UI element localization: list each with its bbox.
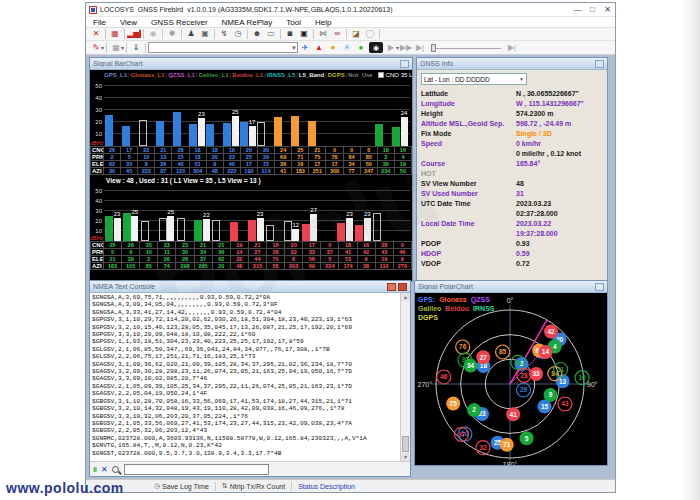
signal-bar-l1-gal34 xyxy=(194,220,202,241)
photo-edge-shade xyxy=(682,0,700,500)
table-cell: 76 xyxy=(326,154,343,161)
cold-start-icon[interactable]: ✳ xyxy=(340,42,354,54)
table-cell: 18 xyxy=(339,242,357,249)
connect-icon[interactable]: ✕ xyxy=(89,28,103,40)
tag-icon[interactable]: ◪ xyxy=(349,28,363,40)
view-used-summary: View : 48 , Used : 31 ( L1 View = 35 , L… xyxy=(90,175,412,185)
svg-text:10: 10 xyxy=(578,374,586,381)
table-cell: 203 xyxy=(285,263,303,270)
user-icon[interactable]: ☻ xyxy=(250,28,264,40)
panel-restore-icon[interactable] xyxy=(387,283,396,291)
command-combobox[interactable]: ▼ xyxy=(148,42,298,53)
menu-tool[interactable]: Tool xyxy=(279,18,308,27)
table-cell: 20 xyxy=(285,242,303,249)
table-cell: 18 xyxy=(189,147,206,154)
table-cell: 39 xyxy=(122,256,140,263)
table-cell: 19 xyxy=(230,242,248,249)
bowtie-icon[interactable]: ⋈ xyxy=(316,28,330,40)
save-log-icon[interactable]: ▦ xyxy=(108,28,122,40)
pololu-watermark: www.pololu.com xyxy=(6,480,124,496)
fast-forward-icon[interactable]: ▶▶ xyxy=(399,42,413,54)
close-button[interactable]: ✕ xyxy=(600,3,615,16)
signal-polarchart-titlebar: Signal PolarChart xyxy=(415,281,607,293)
replay-slider[interactable] xyxy=(431,43,501,53)
table-cell: 51 xyxy=(189,161,206,168)
monitor-icon[interactable]: ▣ xyxy=(297,28,311,40)
title-bar: LOCOSYS_GNSS Firebird_v1.0.0.19 (AG3335M… xyxy=(86,3,615,17)
row-header-prn: PRN xyxy=(91,249,104,256)
pause-icon[interactable]: ‖ xyxy=(93,465,97,474)
camera-icon[interactable]: ◉ xyxy=(369,42,383,53)
panel-maximize-icon[interactable] xyxy=(595,60,604,68)
svg-text:46: 46 xyxy=(440,373,448,380)
rover-icon[interactable]: ♟ xyxy=(184,28,198,40)
signal-bar-l1-glo75 xyxy=(308,121,316,146)
latlon-format-dropdown[interactable]: Lat - Lon : DD.DDDDD ▼ xyxy=(421,73,527,85)
clear-icon[interactable]: ✕ xyxy=(101,465,108,474)
clock-icon[interactable]: ◷ xyxy=(231,28,245,40)
svg-text:32: 32 xyxy=(479,444,487,451)
polar-legend: GPS:GlonassQZSSGalileoBeidouIRNSSDGPS xyxy=(418,295,498,322)
binoculars-icon[interactable]: ∞ xyxy=(330,28,344,40)
polar-legend-gps: GPS: xyxy=(418,296,435,303)
table-cell: 85 xyxy=(140,263,158,270)
menu-file[interactable]: File xyxy=(86,18,113,27)
menu-gnss-receiver[interactable]: GNSS Receiver xyxy=(144,18,214,27)
signal-bar-l1-glo69 xyxy=(274,117,282,146)
base-station-icon[interactable]: ▣ xyxy=(198,28,212,40)
record-icon[interactable]: ◉ xyxy=(146,28,160,40)
nmea-sentence: $GBGSV,3,1,10,28,70,058,16,33,56,069,17,… xyxy=(92,398,399,405)
status-save-log-time[interactable]: ◷Save Log Time xyxy=(154,482,209,490)
minimize-button[interactable]: — xyxy=(570,3,585,16)
full-cold-start-icon[interactable]: ● xyxy=(354,42,368,54)
table-cell: 222 xyxy=(138,168,155,175)
signal-bars-icon[interactable]: ▂▅▇ xyxy=(127,28,141,40)
nmea-sentence: $GNGSA,A,3,33,41,27,14,42,,,,,,,0.93,0.5… xyxy=(92,309,399,316)
nmea-scrollbar[interactable]: ▲ ▼ xyxy=(400,293,410,461)
nmea-sentence: $GPGSV,3,3,10,20,09,048,18,10,08,222,22,… xyxy=(92,331,399,338)
svg-text:43: 43 xyxy=(561,400,569,407)
maximize-button[interactable]: □ xyxy=(585,3,600,16)
panel-maximize-icon[interactable] xyxy=(400,60,409,68)
disabled-icon[interactable]: ◯ xyxy=(363,28,377,40)
send-icon[interactable]: ✈ xyxy=(298,42,312,54)
search-icon[interactable] xyxy=(112,466,119,473)
scroll-down-icon[interactable]: ▼ xyxy=(401,453,410,461)
settings-icon[interactable]: ✱ xyxy=(165,28,179,40)
svg-text:36: 36 xyxy=(514,359,522,366)
menu-view[interactable]: View xyxy=(113,18,144,27)
scroll-thumb[interactable] xyxy=(402,436,409,452)
nmea-search-input[interactable] xyxy=(124,464,269,475)
table-cell: 192 xyxy=(240,168,257,175)
end-icon[interactable]: ▶| xyxy=(505,42,519,54)
scroll-up-icon[interactable]: ▲ xyxy=(401,293,410,301)
table-cell: 295 xyxy=(194,263,212,270)
table-cell: 38 xyxy=(357,263,375,270)
capture-icon[interactable]: ◙ xyxy=(283,28,297,40)
row-header-cno: CNO xyxy=(91,147,104,154)
checkbox-cno-35-line[interactable]: CNO 35 Line xyxy=(378,72,412,78)
barchart-upper-plot: 5040302010dBHz23251724 xyxy=(90,80,412,146)
warm-start-icon[interactable]: ● xyxy=(326,42,340,54)
serial-port-icon[interactable]: ↯ xyxy=(217,28,231,40)
download-log-icon[interactable]: ⇓ xyxy=(129,42,143,54)
svg-text:0°: 0° xyxy=(507,297,514,304)
table-cell: 110 xyxy=(375,263,393,270)
polar-legend-irnss: IRNSS xyxy=(473,305,494,312)
select-region-icon[interactable]: ▭ xyxy=(264,28,278,40)
status-ntrip-tx-rx-count[interactable]: ⇅Ntrip Tx/Rx Count xyxy=(222,482,285,490)
barchart-upper-table: CNO261722212818181920202425210001816PRN2… xyxy=(90,146,412,175)
panel-close-icon[interactable] xyxy=(398,283,407,291)
hot-start-icon[interactable]: ▲ xyxy=(312,42,326,54)
status-status-description[interactable]: Status Description xyxy=(298,483,355,490)
table-cell: 18 xyxy=(189,154,206,161)
menu-help[interactable]: Help xyxy=(308,18,338,27)
legend-glonass_l1: Glonass_L1 xyxy=(131,72,165,78)
nmea-sentence: $GAGSV,3,1,09,36,62,020,21,09,39,105,28,… xyxy=(92,361,399,368)
signal-bar-l1-bds42 xyxy=(355,225,363,241)
menu-nmea-replay[interactable]: NMEA RePlay xyxy=(215,18,280,27)
table-cell: 9 xyxy=(357,256,375,263)
step-icon[interactable]: ▶| xyxy=(413,42,427,54)
table-cell: 37 xyxy=(194,256,212,263)
panel-maximize-icon[interactable] xyxy=(595,283,604,291)
